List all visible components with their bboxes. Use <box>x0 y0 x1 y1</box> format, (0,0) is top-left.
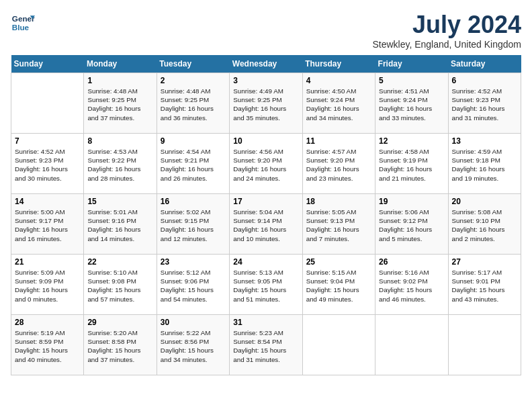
day-info: Sunrise: 5:05 AM Sunset: 9:13 PM Dayligh… <box>306 208 371 243</box>
calendar-cell: 6Sunrise: 4:52 AM Sunset: 9:23 PM Daylig… <box>448 73 521 134</box>
location: Stewkley, England, United Kingdom <box>372 39 521 50</box>
day-number: 6 <box>452 76 517 85</box>
calendar-cell <box>448 315 521 375</box>
calendar-cell: 28Sunrise: 5:19 AM Sunset: 8:59 PM Dayli… <box>11 315 84 375</box>
calendar-cell <box>302 315 375 375</box>
day-number: 25 <box>306 257 371 267</box>
day-info: Sunrise: 4:56 AM Sunset: 9:20 PM Dayligh… <box>233 147 298 183</box>
day-number: 17 <box>233 197 298 206</box>
day-info: Sunrise: 5:13 AM Sunset: 9:05 PM Dayligh… <box>233 268 298 304</box>
day-info: Sunrise: 4:50 AM Sunset: 9:24 PM Dayligh… <box>306 87 371 122</box>
day-number: 4 <box>306 76 371 85</box>
day-info: Sunrise: 4:48 AM Sunset: 9:25 PM Dayligh… <box>161 87 226 122</box>
calendar-cell: 18Sunrise: 5:05 AM Sunset: 9:13 PM Dayli… <box>302 194 375 255</box>
day-number: 3 <box>233 76 298 85</box>
day-info: Sunrise: 4:52 AM Sunset: 9:23 PM Dayligh… <box>15 147 80 183</box>
page-header: General Blue July 2024 Stewkley, England… <box>11 11 521 50</box>
calendar-cell: 7Sunrise: 4:52 AM Sunset: 9:23 PM Daylig… <box>11 134 84 194</box>
header-cell-sunday: Sunday <box>11 55 84 73</box>
day-number: 18 <box>306 197 371 206</box>
day-info: Sunrise: 4:58 AM Sunset: 9:19 PM Dayligh… <box>379 147 444 183</box>
calendar-header-row: SundayMondayTuesdayWednesdayThursdayFrid… <box>11 55 521 73</box>
day-number: 23 <box>161 257 226 267</box>
calendar-cell: 20Sunrise: 5:08 AM Sunset: 9:10 PM Dayli… <box>448 194 521 255</box>
day-number: 26 <box>379 257 444 267</box>
day-info: Sunrise: 5:06 AM Sunset: 9:12 PM Dayligh… <box>379 208 444 243</box>
calendar-cell: 17Sunrise: 5:04 AM Sunset: 9:14 PM Dayli… <box>230 194 302 255</box>
logo: General Blue <box>11 11 35 35</box>
day-info: Sunrise: 4:59 AM Sunset: 9:18 PM Dayligh… <box>452 147 517 183</box>
day-info: Sunrise: 4:52 AM Sunset: 9:23 PM Dayligh… <box>452 87 517 122</box>
day-number: 16 <box>161 197 226 206</box>
header-cell-tuesday: Tuesday <box>157 55 229 73</box>
day-number: 15 <box>87 197 152 206</box>
day-number: 30 <box>161 318 226 327</box>
day-number: 5 <box>379 76 444 85</box>
calendar-cell: 27Sunrise: 5:17 AM Sunset: 9:01 PM Dayli… <box>448 255 521 315</box>
day-number: 12 <box>379 136 444 146</box>
day-info: Sunrise: 4:48 AM Sunset: 9:25 PM Dayligh… <box>87 87 152 122</box>
day-info: Sunrise: 5:09 AM Sunset: 9:09 PM Dayligh… <box>15 268 80 304</box>
calendar-cell: 26Sunrise: 5:16 AM Sunset: 9:02 PM Dayli… <box>375 255 448 315</box>
day-info: Sunrise: 5:02 AM Sunset: 9:15 PM Dayligh… <box>161 208 226 243</box>
day-number: 13 <box>452 136 517 146</box>
calendar-cell: 19Sunrise: 5:06 AM Sunset: 9:12 PM Dayli… <box>375 194 448 255</box>
calendar-week-row: 21Sunrise: 5:09 AM Sunset: 9:09 PM Dayli… <box>11 255 521 315</box>
svg-text:General: General <box>12 14 35 23</box>
calendar-cell: 29Sunrise: 5:20 AM Sunset: 8:58 PM Dayli… <box>84 315 157 375</box>
header-cell-saturday: Saturday <box>448 55 521 73</box>
svg-text:Blue: Blue <box>12 23 30 32</box>
calendar-cell: 9Sunrise: 4:54 AM Sunset: 9:21 PM Daylig… <box>157 134 229 194</box>
day-info: Sunrise: 5:16 AM Sunset: 9:02 PM Dayligh… <box>379 268 444 304</box>
calendar-week-row: 14Sunrise: 5:00 AM Sunset: 9:17 PM Dayli… <box>11 194 521 255</box>
day-number: 10 <box>233 136 298 146</box>
day-number: 9 <box>161 136 226 146</box>
logo-icon: General Blue <box>11 11 35 35</box>
calendar-cell: 8Sunrise: 4:53 AM Sunset: 9:22 PM Daylig… <box>84 134 157 194</box>
day-info: Sunrise: 5:08 AM Sunset: 9:10 PM Dayligh… <box>452 208 517 243</box>
calendar-week-row: 28Sunrise: 5:19 AM Sunset: 8:59 PM Dayli… <box>11 315 521 375</box>
calendar-cell: 24Sunrise: 5:13 AM Sunset: 9:05 PM Dayli… <box>230 255 302 315</box>
calendar-cell: 15Sunrise: 5:01 AM Sunset: 9:16 PM Dayli… <box>84 194 157 255</box>
day-number: 21 <box>15 257 80 267</box>
day-number: 20 <box>452 197 517 206</box>
day-info: Sunrise: 5:01 AM Sunset: 9:16 PM Dayligh… <box>87 208 152 243</box>
calendar-cell: 1Sunrise: 4:48 AM Sunset: 9:25 PM Daylig… <box>84 73 157 134</box>
calendar-cell: 14Sunrise: 5:00 AM Sunset: 9:17 PM Dayli… <box>11 194 84 255</box>
calendar-cell: 10Sunrise: 4:56 AM Sunset: 9:20 PM Dayli… <box>230 134 302 194</box>
calendar-cell: 3Sunrise: 4:49 AM Sunset: 9:25 PM Daylig… <box>230 73 302 134</box>
day-number: 2 <box>161 76 226 85</box>
title-block: July 2024 Stewkley, England, United King… <box>372 11 521 50</box>
calendar-cell: 5Sunrise: 4:51 AM Sunset: 9:24 PM Daylig… <box>375 73 448 134</box>
calendar-cell: 23Sunrise: 5:12 AM Sunset: 9:06 PM Dayli… <box>157 255 229 315</box>
calendar-table: SundayMondayTuesdayWednesdayThursdayFrid… <box>11 55 521 375</box>
day-info: Sunrise: 4:51 AM Sunset: 9:24 PM Dayligh… <box>379 87 444 122</box>
calendar-cell: 12Sunrise: 4:58 AM Sunset: 9:19 PM Dayli… <box>375 134 448 194</box>
calendar-cell: 4Sunrise: 4:50 AM Sunset: 9:24 PM Daylig… <box>302 73 375 134</box>
day-info: Sunrise: 4:49 AM Sunset: 9:25 PM Dayligh… <box>233 87 298 122</box>
header-cell-wednesday: Wednesday <box>230 55 302 73</box>
day-info: Sunrise: 5:19 AM Sunset: 8:59 PM Dayligh… <box>15 328 80 364</box>
calendar-cell: 11Sunrise: 4:57 AM Sunset: 9:20 PM Dayli… <box>302 134 375 194</box>
day-number: 29 <box>87 318 152 327</box>
header-cell-friday: Friday <box>375 55 448 73</box>
day-info: Sunrise: 5:23 AM Sunset: 8:54 PM Dayligh… <box>233 328 298 364</box>
calendar-cell: 16Sunrise: 5:02 AM Sunset: 9:15 PM Dayli… <box>157 194 229 255</box>
month-title: July 2024 <box>372 11 521 39</box>
day-info: Sunrise: 5:00 AM Sunset: 9:17 PM Dayligh… <box>15 208 80 243</box>
day-number: 1 <box>87 76 152 85</box>
day-info: Sunrise: 4:53 AM Sunset: 9:22 PM Dayligh… <box>87 147 152 183</box>
calendar-cell: 22Sunrise: 5:10 AM Sunset: 9:08 PM Dayli… <box>84 255 157 315</box>
calendar-week-row: 7Sunrise: 4:52 AM Sunset: 9:23 PM Daylig… <box>11 134 521 194</box>
day-info: Sunrise: 5:17 AM Sunset: 9:01 PM Dayligh… <box>452 268 517 304</box>
calendar-cell: 21Sunrise: 5:09 AM Sunset: 9:09 PM Dayli… <box>11 255 84 315</box>
day-info: Sunrise: 5:15 AM Sunset: 9:04 PM Dayligh… <box>306 268 371 304</box>
day-info: Sunrise: 4:54 AM Sunset: 9:21 PM Dayligh… <box>161 147 226 183</box>
day-number: 19 <box>379 197 444 206</box>
day-number: 22 <box>87 257 152 267</box>
day-info: Sunrise: 5:22 AM Sunset: 8:56 PM Dayligh… <box>161 328 226 364</box>
day-info: Sunrise: 5:20 AM Sunset: 8:58 PM Dayligh… <box>87 328 152 364</box>
header-cell-thursday: Thursday <box>302 55 375 73</box>
calendar-cell: 13Sunrise: 4:59 AM Sunset: 9:18 PM Dayli… <box>448 134 521 194</box>
day-info: Sunrise: 5:04 AM Sunset: 9:14 PM Dayligh… <box>233 208 298 243</box>
